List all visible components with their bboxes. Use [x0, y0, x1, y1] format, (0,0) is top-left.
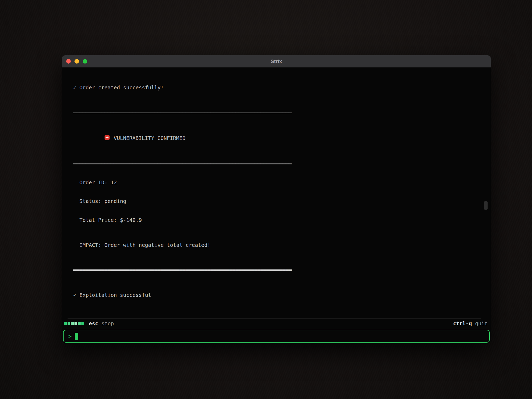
app-window: Strix ✓ Order created successfully! ════…	[62, 55, 491, 344]
statusbar-left: esc stop	[64, 321, 114, 327]
esc-action-label: stop	[101, 321, 114, 327]
statusbar-right: ctrl-q quit	[453, 321, 488, 327]
terminal-output: ✓ Order created successfully! ══════════…	[62, 68, 491, 319]
prompt-chevron: >	[68, 333, 72, 339]
siren-icon	[73, 128, 110, 148]
text-cursor	[75, 333, 78, 340]
scrollbar-thumb[interactable]	[484, 201, 488, 210]
title-bar: Strix	[62, 55, 491, 68]
minimize-button[interactable]	[74, 59, 79, 64]
command-input[interactable]: >	[63, 330, 490, 343]
order-id-line: Order ID: 12	[73, 180, 491, 186]
desktop: { "window": { "title": "Strix" }, "log":…	[0, 0, 532, 399]
zoom-button[interactable]	[83, 59, 87, 64]
banner-title: VULNERABILITY CONFIRMED	[114, 135, 185, 142]
esc-key-hint: esc	[89, 321, 98, 327]
exploit-log: ✓ Order created successfully! ══════════…	[62, 68, 491, 311]
status-line: Status: pending	[73, 198, 491, 205]
impact-line: IMPACT: Order with negative total create…	[73, 242, 491, 248]
activity-spinner-icon	[64, 322, 84, 325]
total-price-line: Total Price: $-149.9	[73, 217, 491, 223]
window-title: Strix	[62, 59, 491, 64]
status-bar: esc stop ctrl-q quit	[62, 319, 491, 328]
separator-line: ════════════════════════════════════════…	[73, 110, 491, 116]
exploitation-success-line: ✓ Exploitation successful	[73, 292, 491, 298]
separator-line: ════════════════════════════════════════…	[73, 161, 491, 167]
close-button[interactable]	[66, 59, 71, 64]
traffic-lights	[66, 59, 87, 64]
vulnerability-confirmed-banner: VULNERABILITY CONFIRMED	[73, 128, 491, 148]
separator-line: ════════════════════════════════════════…	[73, 267, 491, 273]
quit-action-label: quit	[475, 321, 488, 327]
order-success-line: ✓ Order created successfully!	[73, 85, 491, 91]
quit-key-hint: ctrl-q	[453, 321, 472, 327]
